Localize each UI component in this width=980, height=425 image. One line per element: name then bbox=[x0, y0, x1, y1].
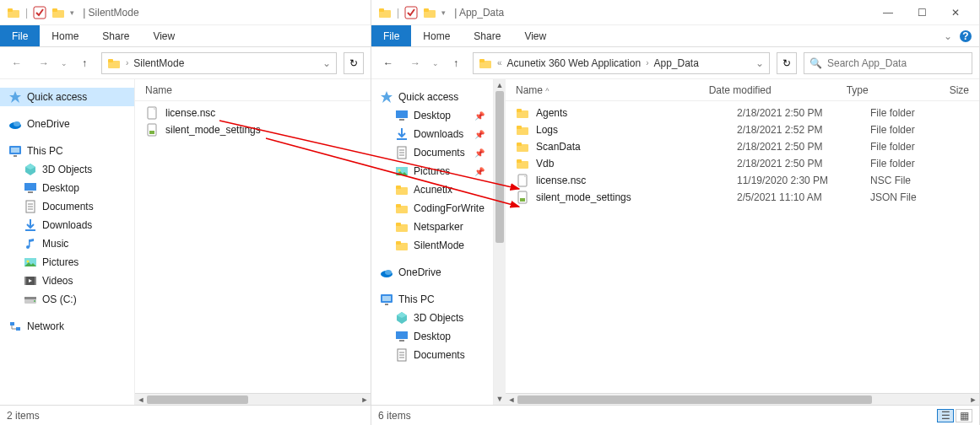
tab-home[interactable]: Home bbox=[40, 25, 90, 46]
column-date[interactable]: Date modified bbox=[709, 84, 813, 96]
horizontal-scrollbar[interactable]: ◄ ► bbox=[135, 393, 371, 405]
json-file-icon bbox=[516, 191, 529, 204]
sidebar-item-desktop[interactable]: Desktop📌 bbox=[371, 106, 493, 125]
scroll-left-arrow[interactable]: ◄ bbox=[506, 394, 517, 405]
file-row[interactable]: license.nsc11/19/2020 2:30 PMNSC File bbox=[506, 172, 979, 189]
properties-icon[interactable] bbox=[33, 6, 46, 19]
sidebar-item-this-pc[interactable]: This PC bbox=[371, 290, 493, 309]
sidebar-item-acunetix[interactable]: Acunetix bbox=[371, 180, 493, 199]
breadcrumb-segment[interactable]: App_Data bbox=[653, 57, 698, 69]
tab-home[interactable]: Home bbox=[411, 25, 462, 46]
file-row[interactable]: license.nsc bbox=[135, 105, 371, 121]
minimize-button[interactable]: — bbox=[871, 0, 905, 25]
qat-dropdown[interactable]: ▾ bbox=[70, 8, 74, 17]
details-view-button[interactable]: ☰ bbox=[937, 409, 954, 422]
search-input[interactable] bbox=[827, 57, 966, 69]
sidebar-item-desktop[interactable]: Desktop bbox=[0, 179, 134, 197]
qat-separator: | bbox=[25, 7, 28, 19]
sidebar-item-documents[interactable]: Documents bbox=[371, 346, 493, 364]
tab-file[interactable]: File bbox=[371, 25, 411, 46]
sidebar-item-videos[interactable]: Videos bbox=[0, 272, 134, 290]
maximize-button[interactable]: ☐ bbox=[905, 0, 939, 25]
sidebar-item-documents[interactable]: Documents📌 bbox=[371, 143, 493, 162]
scroll-thumb[interactable] bbox=[517, 395, 872, 404]
chevron-left-icon[interactable]: « bbox=[497, 58, 502, 67]
scroll-left-arrow[interactable]: ◄ bbox=[135, 394, 147, 405]
column-type[interactable]: Type bbox=[847, 84, 916, 96]
horizontal-scrollbar[interactable]: ◄ ► bbox=[506, 393, 979, 405]
file-row[interactable]: silent_mode_settings bbox=[135, 121, 371, 138]
address-dropdown[interactable]: ⌄ bbox=[322, 57, 331, 69]
tab-share[interactable]: Share bbox=[462, 25, 512, 46]
sidebar-item-3d-objects[interactable]: 3D Objects bbox=[0, 160, 134, 179]
column-name[interactable]: Name ^ bbox=[516, 84, 675, 96]
folder-icon[interactable] bbox=[51, 6, 65, 19]
back-button[interactable]: ← bbox=[7, 53, 27, 73]
icons-view-button[interactable]: ▦ bbox=[956, 409, 972, 422]
up-button[interactable]: ↑ bbox=[74, 53, 95, 73]
folder-row[interactable]: Agents2/18/2021 2:50 PMFile folder bbox=[506, 105, 979, 121]
file-list-body[interactable]: license.nsc silent_mode_settings bbox=[135, 101, 371, 393]
ribbon-toggle[interactable]: ⌄ bbox=[944, 30, 952, 42]
breadcrumb-segment[interactable]: SilentMode bbox=[133, 57, 184, 69]
file-list-body[interactable]: Agents2/18/2021 2:50 PMFile folder Logs2… bbox=[506, 101, 979, 393]
sidebar-item-onedrive[interactable]: OneDrive bbox=[0, 115, 134, 133]
sidebar-item-codingforwriters[interactable]: CodingForWrite bbox=[371, 199, 493, 218]
scroll-thumb[interactable] bbox=[495, 91, 504, 243]
sidebar-item-this-pc[interactable]: This PC bbox=[0, 142, 134, 160]
sidebar-item-onedrive[interactable]: OneDrive bbox=[371, 263, 493, 282]
tab-share[interactable]: Share bbox=[90, 25, 141, 46]
scroll-right-arrow[interactable]: ► bbox=[359, 394, 371, 405]
folder-row[interactable]: Vdb2/18/2021 2:50 PMFile folder bbox=[506, 155, 979, 172]
address-bar[interactable]: › SilentMode ⌄ bbox=[101, 52, 337, 74]
sidebar-item-pictures[interactable]: Pictures bbox=[0, 253, 134, 272]
column-size[interactable]: Size bbox=[950, 84, 969, 96]
sidebar-item-documents[interactable]: Documents bbox=[0, 197, 134, 216]
tab-file[interactable]: File bbox=[0, 25, 40, 46]
breadcrumb-segment[interactable]: Acunetix 360 Web Application bbox=[507, 57, 642, 69]
folder-icon bbox=[516, 106, 529, 120]
3d-icon bbox=[24, 163, 37, 176]
up-button[interactable]: ↑ bbox=[446, 53, 466, 73]
history-dropdown[interactable]: ⌄ bbox=[61, 59, 68, 67]
refresh-button[interactable]: ↻ bbox=[777, 52, 797, 74]
sidebar-item-3d-objects[interactable]: 3D Objects bbox=[371, 309, 493, 327]
address-bar[interactable]: « Acunetix 360 Web Application › App_Dat… bbox=[473, 52, 770, 74]
scroll-right-arrow[interactable]: ► bbox=[967, 394, 979, 405]
sidebar-item-quick-access[interactable]: Quick access bbox=[371, 88, 493, 106]
sidebar-item-quick-access[interactable]: Quick access bbox=[0, 88, 134, 106]
tab-view[interactable]: View bbox=[141, 25, 187, 46]
refresh-button[interactable]: ↻ bbox=[344, 52, 364, 74]
back-button[interactable]: ← bbox=[378, 53, 398, 73]
scroll-down-arrow[interactable]: ▼ bbox=[494, 393, 506, 405]
sidebar-item-silentmode[interactable]: SilentMode bbox=[371, 236, 493, 255]
history-dropdown[interactable]: ⌄ bbox=[432, 59, 439, 67]
search-field[interactable]: 🔍 bbox=[804, 52, 972, 74]
sidebar-item-netsparker[interactable]: Netsparker bbox=[371, 218, 493, 236]
vertical-scrollbar-nav[interactable]: ▲ ▼ bbox=[494, 79, 506, 405]
folder-row[interactable]: Logs2/18/2021 2:52 PMFile folder bbox=[506, 121, 979, 138]
sidebar-item-os-c[interactable]: OS (C:) bbox=[0, 290, 134, 309]
close-button[interactable]: ✕ bbox=[939, 0, 972, 25]
scroll-thumb[interactable] bbox=[147, 395, 248, 404]
column-name[interactable]: Name bbox=[145, 84, 172, 96]
scroll-up-arrow[interactable]: ▲ bbox=[494, 79, 506, 91]
qat-dropdown[interactable]: ▾ bbox=[441, 8, 446, 17]
address-dropdown[interactable]: ⌄ bbox=[755, 57, 764, 69]
folder-icon[interactable] bbox=[423, 6, 436, 19]
sidebar-item-music[interactable]: Music bbox=[0, 234, 134, 253]
network-icon bbox=[8, 320, 22, 333]
sidebar-item-network[interactable]: Network bbox=[0, 317, 134, 336]
chevron-right-icon[interactable]: › bbox=[646, 58, 648, 67]
sidebar-item-pictures[interactable]: Pictures📌 bbox=[371, 162, 493, 180]
properties-icon[interactable] bbox=[404, 6, 418, 19]
sidebar-item-downloads[interactable]: Downloads📌 bbox=[371, 125, 493, 143]
sidebar-item-downloads[interactable]: Downloads bbox=[0, 216, 134, 234]
chevron-right-icon[interactable]: › bbox=[126, 58, 128, 67]
sidebar-item-desktop[interactable]: Desktop bbox=[371, 327, 493, 346]
help-icon[interactable] bbox=[959, 30, 972, 43]
file-row[interactable]: silent_mode_settings2/5/2021 11:10 AMJSO… bbox=[506, 189, 979, 206]
tab-view[interactable]: View bbox=[512, 25, 558, 46]
folder-row[interactable]: ScanData2/18/2021 2:50 PMFile folder bbox=[506, 138, 979, 155]
desktop-icon bbox=[395, 109, 409, 122]
